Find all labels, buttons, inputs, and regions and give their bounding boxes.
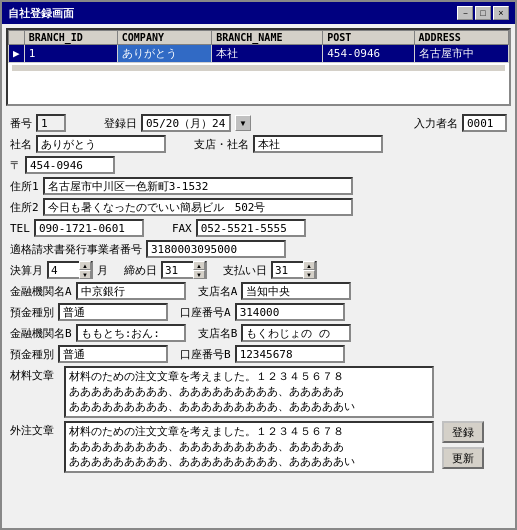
kouza-b-label: 口座番号B bbox=[180, 347, 231, 362]
row-kessan: 決算月 ▲ ▼ 月 締め日 ▲ ▼ 支払い日 bbox=[10, 261, 507, 279]
tel-label: TEL bbox=[10, 222, 30, 235]
col-header-arrow bbox=[9, 31, 25, 45]
col-header-branch-name: BRANCH_NAME bbox=[212, 31, 323, 45]
kessan-label: 決算月 bbox=[10, 263, 43, 278]
fax-input[interactable] bbox=[196, 219, 306, 237]
touroku-label: 登録日 bbox=[104, 116, 137, 131]
row-address2: 住所2 bbox=[10, 198, 507, 216]
kessan-spinner[interactable]: ▲ ▼ bbox=[47, 261, 93, 279]
tekikaku-label: 適格請求書発行事業者番号 bbox=[10, 242, 142, 257]
cell-address: 名古屋市中 bbox=[414, 45, 508, 63]
title-bar: 自社登録画面 － □ × bbox=[2, 2, 515, 24]
horizontal-scrollbar[interactable] bbox=[12, 65, 505, 71]
shiten-a-label: 支店名A bbox=[198, 284, 238, 299]
gaichuu-textarea[interactable]: 材料のための注文文章を考えました。１２３４５６７８ あああああああああ、ああああ… bbox=[64, 421, 434, 473]
close-button[interactable]: × bbox=[493, 6, 509, 20]
window-title: 自社登録画面 bbox=[8, 6, 74, 21]
window-controls: － □ × bbox=[457, 6, 509, 20]
action-buttons: 登録 更新 bbox=[442, 421, 484, 469]
shisha-input[interactable] bbox=[253, 135, 383, 153]
row-gaichuu: 外注文章 材料のための注文文章を考えました。１２３４５６７８ あああああああああ… bbox=[10, 421, 507, 473]
cell-branch-id: 1 bbox=[24, 45, 117, 63]
bangou-label: 番号 bbox=[10, 116, 32, 131]
koshin-button[interactable]: 更新 bbox=[442, 447, 484, 469]
company-table: BRANCH_ID COMPANY BRANCH_NAME POST ADDRE… bbox=[8, 30, 509, 63]
kouza-a-label: 口座番号A bbox=[180, 305, 231, 320]
kessan-spin-down[interactable]: ▼ bbox=[79, 270, 91, 279]
shiten-a-input[interactable] bbox=[241, 282, 351, 300]
gaichuu-label: 外注文章 bbox=[10, 421, 60, 438]
row-address1: 住所1 bbox=[10, 177, 507, 195]
zairyo-textarea[interactable]: 材料のための注文文章を考えました。１２３４５６７８ あああああああああ、ああああ… bbox=[64, 366, 434, 418]
nyuuryoku-input[interactable] bbox=[462, 114, 507, 132]
row-shasha: 社名 支店・社名 bbox=[10, 135, 507, 153]
col-header-post: POST bbox=[323, 31, 414, 45]
touroku-date-input[interactable] bbox=[141, 114, 231, 132]
minimize-button[interactable]: － bbox=[457, 6, 473, 20]
tekikaku-input[interactable] bbox=[146, 240, 286, 258]
touroku-button[interactable]: 登録 bbox=[442, 421, 484, 443]
row-tel-fax: TEL FAX bbox=[10, 219, 507, 237]
nyuuryoku-label: 入力者名 bbox=[414, 116, 458, 131]
yokin-a-input[interactable] bbox=[58, 303, 168, 321]
zairyo-label: 材料文章 bbox=[10, 366, 60, 383]
shiten-b-input[interactable] bbox=[241, 324, 351, 342]
kinyu-b-label: 金融機関名B bbox=[10, 326, 72, 341]
row-kinyu-a: 金融機関名A 支店名A bbox=[10, 282, 507, 300]
kinyu-a-label: 金融機関名A bbox=[10, 284, 72, 299]
maximize-button[interactable]: □ bbox=[475, 6, 491, 20]
form-section: 番号 登録日 ▼ 入力者名 社名 支店・社名 〒 住所1 bbox=[2, 110, 515, 528]
shime-spinner-btns: ▲ ▼ bbox=[193, 261, 205, 279]
kinyu-a-input[interactable] bbox=[76, 282, 186, 300]
kessan-unit: 月 bbox=[97, 263, 108, 278]
shiharai-spinner[interactable]: ▲ ▼ bbox=[271, 261, 317, 279]
row-yokin-a: 預金種別 口座番号A bbox=[10, 303, 507, 321]
shime-input[interactable] bbox=[163, 263, 193, 277]
shiten-b-label: 支店名B bbox=[198, 326, 238, 341]
yuubin-input[interactable] bbox=[25, 156, 115, 174]
tel-input[interactable] bbox=[34, 219, 144, 237]
address1-input[interactable] bbox=[43, 177, 353, 195]
shasha-label: 社名 bbox=[10, 137, 32, 152]
data-table-section: BRANCH_ID COMPANY BRANCH_NAME POST ADDRE… bbox=[6, 28, 511, 106]
kinyu-b-input[interactable] bbox=[76, 324, 186, 342]
address1-label: 住所1 bbox=[10, 179, 39, 194]
yokin-a-label: 預金種別 bbox=[10, 305, 54, 320]
shisha-label: 支店・社名 bbox=[194, 137, 249, 152]
cell-company: ありがとう bbox=[117, 45, 211, 63]
row-tekikaku: 適格請求書発行事業者番号 bbox=[10, 240, 507, 258]
shiharai-spinner-btns: ▲ ▼ bbox=[303, 261, 315, 279]
shiharai-label: 支払い日 bbox=[223, 263, 267, 278]
row-bangou: 番号 登録日 ▼ 入力者名 bbox=[10, 114, 507, 132]
shiharai-spin-down[interactable]: ▼ bbox=[303, 270, 315, 279]
col-header-company: COMPANY bbox=[117, 31, 211, 45]
main-window: 自社登録画面 － □ × BRANCH_ID COMPANY BRANCH_NA… bbox=[0, 0, 517, 530]
row-arrow: ▶ bbox=[9, 45, 25, 63]
cell-post: 454-0946 bbox=[323, 45, 414, 63]
fax-label: FAX bbox=[172, 222, 192, 235]
kouza-b-input[interactable] bbox=[235, 345, 345, 363]
cell-branch-name: 本社 bbox=[212, 45, 323, 63]
row-yuubin: 〒 bbox=[10, 156, 507, 174]
yokin-b-label: 預金種別 bbox=[10, 347, 54, 362]
date-dropdown-button[interactable]: ▼ bbox=[235, 115, 251, 131]
address2-label: 住所2 bbox=[10, 200, 39, 215]
bangou-input[interactable] bbox=[36, 114, 66, 132]
row-zairyo: 材料文章 材料のための注文文章を考えました。１２３４５６７８ あああああああああ… bbox=[10, 366, 507, 418]
shasha-input[interactable] bbox=[36, 135, 166, 153]
kessan-spinner-btns: ▲ ▼ bbox=[79, 261, 91, 279]
kessan-input[interactable] bbox=[49, 263, 79, 277]
col-header-branch-id: BRANCH_ID bbox=[24, 31, 117, 45]
shime-spinner[interactable]: ▲ ▼ bbox=[161, 261, 207, 279]
kouza-a-input[interactable] bbox=[235, 303, 345, 321]
shiharai-spin-up[interactable]: ▲ bbox=[303, 261, 315, 270]
col-header-address: ADDRESS bbox=[414, 31, 508, 45]
row-kinyu-b: 金融機関名B 支店名B bbox=[10, 324, 507, 342]
kessan-spin-up[interactable]: ▲ bbox=[79, 261, 91, 270]
yokin-b-input[interactable] bbox=[58, 345, 168, 363]
shime-spin-up[interactable]: ▲ bbox=[193, 261, 205, 270]
table-row[interactable]: ▶ 1 ありがとう 本社 454-0946 名古屋市中 bbox=[9, 45, 509, 63]
address2-input[interactable] bbox=[43, 198, 353, 216]
shiharai-input[interactable] bbox=[273, 263, 303, 277]
shime-spin-down[interactable]: ▼ bbox=[193, 270, 205, 279]
